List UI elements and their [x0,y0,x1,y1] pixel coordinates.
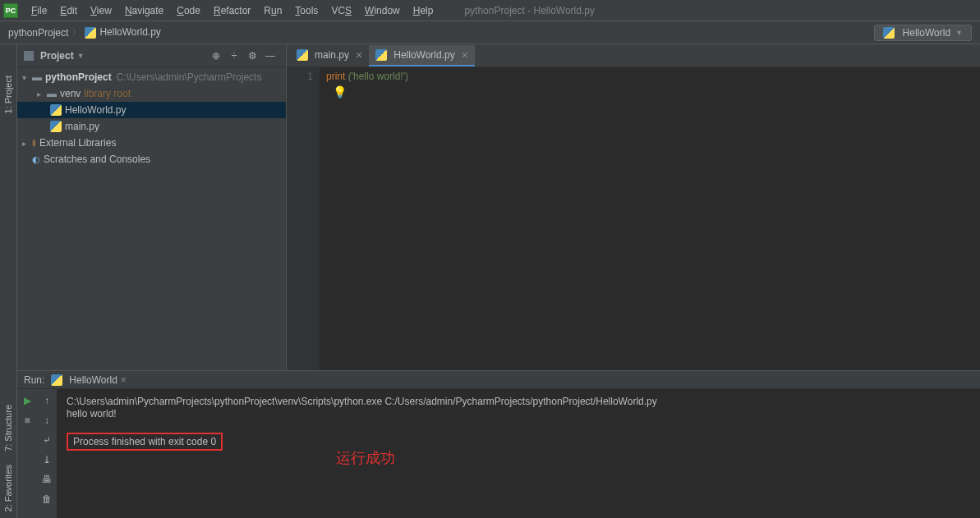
breadcrumb-file[interactable]: HelloWorld.py [85,26,160,39]
run-config-name: HelloWorld [903,27,950,39]
editor-area: main.py × HelloWorld.py × 1 print ('hell… [287,44,980,370]
tree-venv[interactable]: ▸ ▬ venv library root [17,85,286,102]
python-file-icon [375,49,387,61]
scratches-icon: ◐ [32,154,40,165]
tab-label: HelloWorld.py [393,49,454,61]
chevron-right-icon: ▸ [37,89,47,99]
tree-file-helloworld[interactable]: HelloWorld.py [17,102,286,118]
project-panel: Project ▼ ⊕ ÷ ⚙ — ▾ ▬ pythonProject C:\U… [17,44,287,370]
folder-icon: ▬ [47,88,57,99]
tool-tab-project[interactable]: 1: Project [2,69,15,120]
project-view-icon [24,51,34,61]
run-toolbar-primary: ▶ ■ [17,389,37,518]
python-icon [883,27,895,39]
scroll-to-end-icon[interactable]: ⤓ [39,452,55,468]
console-output[interactable]: C:\Users\admin\PycharmProjects\pythonPro… [57,389,980,518]
app-icon: PC [3,3,18,18]
folder-icon: ▬ [32,71,42,83]
menu-code[interactable]: Code [170,5,207,16]
python-file-icon [50,121,62,132]
breadcrumb: pythonProject 〉 HelloWorld.py [8,25,161,39]
tree-extlib-label: External Libraries [39,137,116,149]
up-icon[interactable]: ↑ [39,392,55,409]
chevron-down-icon: ▼ [77,52,85,60]
print-icon[interactable]: 🖶 [39,471,55,488]
tool-tab-favorites[interactable]: 2: Favorites [2,458,15,518]
menu-refactor[interactable]: Refactor [207,5,257,16]
run-label: Run: [24,374,44,386]
stop-icon[interactable]: ■ [19,412,35,429]
menu-file[interactable]: File [25,5,53,16]
run-header: Run: HelloWorld × [17,371,980,389]
annotation-text: 运行成功 [336,448,395,468]
project-panel-title[interactable]: Project ▼ [24,50,85,62]
tree-venv-tag: library root [84,88,131,99]
close-icon[interactable]: × [121,374,127,386]
intention-bulb-icon[interactable]: 💡 [333,85,980,99]
menu-run[interactable]: Run [257,5,288,16]
python-file-icon [297,49,308,61]
highlighted-output: Process finished with exit code 0 [67,433,223,451]
tree-file-label: HelloWorld.py [65,104,126,116]
run-toolbar-secondary: ↑ ↓ ⤶ ⤓ 🖶 🗑 [37,389,57,518]
console-line: C:\Users\admin\PycharmProjects\pythonPro… [67,396,657,407]
close-icon[interactable]: × [356,48,362,62]
run-tab[interactable]: HelloWorld × [51,374,126,386]
menu-bar: PC File Edit View Navigate Code Refactor… [0,0,980,21]
menu-navigate[interactable]: Navigate [118,5,170,16]
tree-root-label: pythonProject [45,71,112,83]
editor-tabs: main.py × HelloWorld.py × [287,44,980,67]
menu-window[interactable]: Window [358,5,407,16]
tree-root[interactable]: ▾ ▬ pythonProject C:\Users\admin\Pycharm… [17,69,286,85]
console-line: hello world! [67,408,117,419]
tree-root-path: C:\Users\admin\PycharmProjects [117,71,262,83]
breadcrumb-separator: 〉 [71,25,81,39]
python-file-icon [85,27,96,39]
tree-venv-label: venv [60,88,81,99]
chevron-right-icon: ▸ [22,139,32,148]
code-text[interactable]: print ('hello world!') 💡 [320,67,980,370]
tab-label: main.py [315,49,349,61]
chevron-down-icon: ▾ [22,73,32,82]
rerun-icon[interactable]: ▶ [19,392,35,409]
expand-all-icon[interactable]: ÷ [225,47,243,65]
soft-wrap-icon[interactable]: ⤶ [39,432,55,448]
left-tool-gutter: 1: Project 7: Structure 2: Favorites [0,44,17,518]
window-title: pythonProject - HelloWorld.py [464,5,595,16]
tree-external-libraries[interactable]: ▸ ⫴ External Libraries [17,135,286,151]
breadcrumb-project[interactable]: pythonProject [8,27,68,39]
libraries-icon: ⫴ [32,138,36,149]
project-panel-header: Project ▼ ⊕ ÷ ⚙ — [17,44,286,67]
tab-main[interactable]: main.py × [290,45,369,66]
tree-scratches-label: Scratches and Consoles [44,154,150,165]
tool-tab-structure[interactable]: 7: Structure [2,398,15,458]
menu-help[interactable]: Help [407,5,440,16]
chevron-down-icon: ▼ [955,29,963,37]
run-configuration-selector[interactable]: HelloWorld ▼ [874,25,972,41]
close-icon[interactable]: × [462,48,468,62]
tree-scratches[interactable]: ◐ Scratches and Consoles [17,151,286,167]
code-editor[interactable]: 1 print ('hello world!') 💡 [287,67,980,370]
menu-view[interactable]: View [84,5,118,16]
tree-file-label: main.py [65,121,99,132]
hide-icon[interactable]: — [261,47,279,65]
line-number-gutter: 1 [287,67,320,370]
down-icon[interactable]: ↓ [39,412,55,429]
tab-helloworld[interactable]: HelloWorld.py × [369,45,475,66]
menu-vcs[interactable]: VCS [324,5,358,16]
python-icon [51,374,62,386]
run-tool-window: Run: HelloWorld × ▶ ■ ↑ ↓ ⤶ ⤓ 🖶 [17,370,980,518]
trash-icon[interactable]: 🗑 [39,491,55,507]
menu-tools[interactable]: Tools [288,5,324,16]
locate-icon[interactable]: ⊕ [207,47,225,65]
python-file-icon [50,104,62,116]
run-tab-name: HelloWorld [69,374,117,386]
menu-edit[interactable]: Edit [53,5,84,16]
gear-icon[interactable]: ⚙ [243,47,261,65]
tree-file-main[interactable]: main.py [17,118,286,135]
project-tree: ▾ ▬ pythonProject C:\Users\admin\Pycharm… [17,67,286,370]
navigation-bar: pythonProject 〉 HelloWorld.py HelloWorld… [0,21,980,44]
